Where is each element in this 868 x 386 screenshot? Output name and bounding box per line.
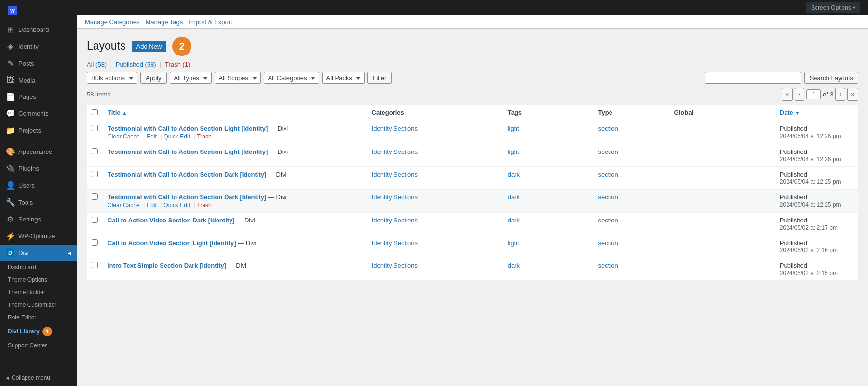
type-link[interactable]: section	[598, 171, 618, 178]
tag-link[interactable]: dark	[508, 217, 520, 224]
row-checkbox[interactable]	[92, 239, 98, 246]
search-layouts-button[interactable]: Search Layouts	[804, 72, 858, 84]
row-title-cell: Testimonial with Call to Action Section …	[103, 166, 367, 189]
tag-link[interactable]: light	[508, 125, 519, 132]
sidebar-item-appearance[interactable]: 🎨 Appearance	[0, 143, 77, 160]
sidebar-item-settings[interactable]: ⚙ Settings	[0, 211, 77, 228]
layout-title-link[interactable]: Intro Text Simple Section Dark [Identity…	[108, 262, 226, 269]
col-date[interactable]: Date	[775, 105, 858, 121]
step-badge: 2	[172, 37, 191, 56]
select-all-checkbox[interactable]	[92, 109, 98, 115]
bulk-actions-dropdown[interactable]: Bulk actions	[87, 72, 137, 84]
category-link[interactable]: Identity Sections	[372, 171, 418, 178]
screen-options-button[interactable]: Screen Options ▾	[806, 2, 860, 13]
sidebar-item-projects[interactable]: 📁 Projects	[0, 122, 77, 139]
row-checkbox[interactable]	[92, 193, 98, 200]
subnav-import-export[interactable]: Import & Export	[189, 18, 232, 26]
type-link[interactable]: section	[598, 217, 618, 224]
sidebar-item-identity[interactable]: ◈ Identity	[0, 38, 77, 55]
row-checkbox[interactable]	[92, 148, 98, 154]
row-action-edit[interactable]: Edit	[147, 133, 157, 140]
sidebar-item-tools[interactable]: 🔧 Tools	[0, 194, 77, 211]
row-title-cell: Call to Action Video Section Dark [Ident…	[103, 212, 367, 235]
sidebar-sub-item-dashboard[interactable]: Dashboard	[0, 261, 77, 274]
subnav-manage-tags[interactable]: Manage Tags	[145, 18, 183, 26]
type-link[interactable]: section	[598, 148, 618, 155]
items-count: 58 items	[87, 91, 110, 98]
layout-title-link[interactable]: Testimonial with Call to Action Section …	[108, 148, 268, 155]
type-link[interactable]: section	[598, 125, 618, 132]
row-action-quick-edit[interactable]: Quick Edit	[163, 202, 190, 208]
sidebar-sub-item-divi-library[interactable]: Divi Library 1	[0, 324, 77, 339]
layout-title-link[interactable]: Testimonial with Call to Action Section …	[108, 193, 266, 201]
add-new-button[interactable]: Add New	[132, 41, 167, 52]
tag-link[interactable]: light	[508, 239, 519, 247]
row-checkbox[interactable]	[92, 125, 98, 131]
layout-title-link[interactable]: Testimonial with Call to Action Section …	[108, 125, 268, 132]
filter-published[interactable]: Published (58)	[116, 61, 156, 68]
pages-icon: 📄	[6, 92, 14, 101]
row-action-clear-cache[interactable]: Clear Cache	[108, 133, 140, 140]
filter-trash[interactable]: Trash (1)	[165, 61, 190, 68]
apply-button[interactable]: Apply	[140, 72, 167, 84]
type-link[interactable]: section	[598, 262, 618, 269]
sidebar-item-media[interactable]: 🖼 Media	[0, 72, 77, 88]
sidebar-item-pages[interactable]: 📄 Pages	[0, 88, 77, 105]
row-checkbox[interactable]	[92, 171, 98, 177]
sidebar-sub-item-theme-options[interactable]: Theme Options	[0, 274, 77, 286]
sidebar-sub-item-theme-builder[interactable]: Theme Builder	[0, 286, 77, 299]
tag-link[interactable]: dark	[508, 193, 520, 201]
filter-button[interactable]: Filter	[367, 72, 392, 84]
row-action-trash[interactable]: Trash	[197, 202, 211, 208]
prev-page-button[interactable]: ‹	[795, 88, 804, 101]
row-checkbox[interactable]	[92, 262, 98, 268]
row-action-trash[interactable]: Trash	[197, 133, 211, 140]
category-link[interactable]: Identity Sections	[372, 262, 418, 269]
first-page-button[interactable]: «	[782, 88, 793, 101]
sidebar-item-wp-optimize[interactable]: ⚡ WP-Optimize	[0, 228, 77, 245]
last-page-button[interactable]: »	[847, 88, 858, 101]
layout-title-link[interactable]: Testimonial with Call to Action Section …	[108, 171, 266, 178]
row-action-clear-cache[interactable]: Clear Cache	[108, 202, 140, 208]
type-link[interactable]: section	[598, 239, 618, 247]
category-link[interactable]: Identity Sections	[372, 148, 418, 155]
row-title-cell: Testimonial with Call to Action Section …	[103, 144, 367, 166]
row-action-edit[interactable]: Edit	[147, 202, 157, 208]
category-link[interactable]: Identity Sections	[372, 217, 418, 224]
sidebar-item-users[interactable]: 👤 Users	[0, 177, 77, 194]
sidebar-item-label: Identity	[18, 43, 39, 50]
layout-title-link[interactable]: Call to Action Video Section Dark [Ident…	[108, 217, 235, 224]
all-packs-dropdown[interactable]: All Packs	[322, 72, 365, 84]
collapse-menu-button[interactable]: ◂ Collapse menu	[0, 370, 77, 386]
col-title[interactable]: Title	[103, 105, 367, 121]
all-scopes-dropdown[interactable]: All Scopes	[215, 72, 261, 84]
row-tags-cell: light	[503, 144, 594, 166]
next-page-button[interactable]: ›	[835, 88, 845, 101]
tag-link[interactable]: dark	[508, 262, 520, 269]
row-checkbox[interactable]	[92, 217, 98, 223]
sidebar-item-plugins[interactable]: 🔌 Plugins	[0, 160, 77, 177]
tag-link[interactable]: light	[508, 148, 519, 155]
all-types-dropdown[interactable]: All Types	[170, 72, 212, 84]
category-link[interactable]: Identity Sections	[372, 193, 418, 201]
col-global: Global	[669, 105, 775, 121]
sidebar-item-comments[interactable]: 💬 Comments	[0, 105, 77, 122]
sidebar-sub-item-role-editor[interactable]: Role Editor	[0, 311, 77, 324]
row-checkbox-cell	[87, 166, 103, 189]
category-link[interactable]: Identity Sections	[372, 125, 418, 132]
page-number-input[interactable]	[806, 89, 821, 99]
type-link[interactable]: section	[598, 193, 618, 201]
sidebar-sub-item-support-center[interactable]: Support Center	[0, 339, 77, 352]
all-categories-dropdown[interactable]: All Categories	[264, 72, 319, 84]
filter-all[interactable]: All (58)	[87, 61, 107, 68]
category-link[interactable]: Identity Sections	[372, 239, 418, 247]
row-action-quick-edit[interactable]: Quick Edit	[163, 133, 190, 140]
sidebar-sub-item-theme-customizer[interactable]: Theme Customizer	[0, 299, 77, 311]
search-layouts-input[interactable]	[705, 72, 801, 84]
sidebar-item-divi[interactable]: D Divi ◂	[0, 245, 77, 261]
layout-title-link[interactable]: Call to Action Video Section Light [Iden…	[108, 239, 236, 247]
sidebar-item-dashboard[interactable]: ⊞ Dashboard	[0, 21, 77, 38]
sidebar-item-posts[interactable]: ✎ Posts	[0, 55, 77, 72]
subnav-manage-categories[interactable]: Manage Categories	[85, 18, 139, 26]
tag-link[interactable]: dark	[508, 171, 520, 178]
